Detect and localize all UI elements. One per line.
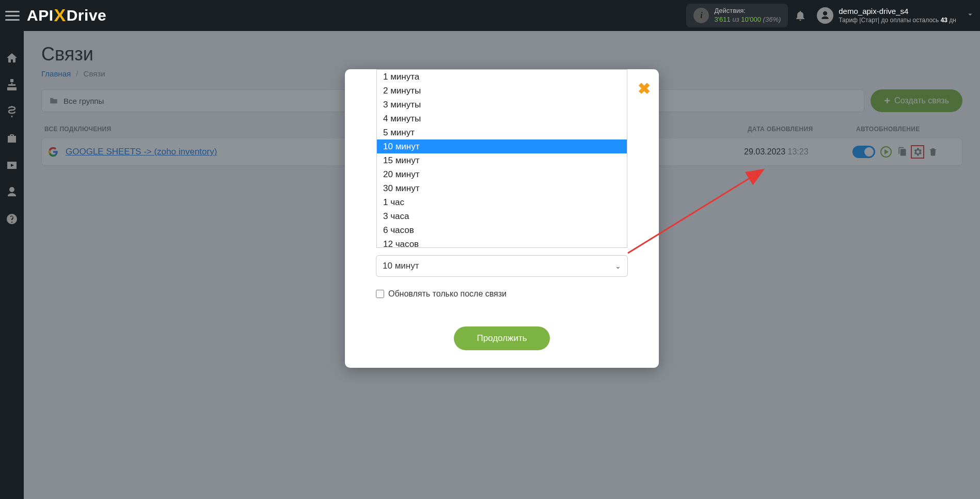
main-content: Связи Главная / Связи Все группы + Созда… [24, 31, 980, 499]
logo-x-icon: X [54, 5, 66, 25]
update-after-checkbox[interactable]: Обновлять только после связи [376, 289, 628, 299]
close-icon[interactable]: ✖ [638, 80, 651, 98]
interval-option[interactable]: 3 минуты [377, 98, 627, 112]
tariff-suffix: дн [947, 17, 956, 24]
logo-drive: Drive [67, 7, 107, 24]
tariff-days: 43 [941, 17, 947, 24]
interval-option[interactable]: 3 часа [377, 209, 627, 223]
actions-text: Действия: 3'611 из 10'000 (36%) [714, 7, 781, 24]
logo[interactable]: API X Drive [27, 6, 106, 26]
user-block[interactable]: demo_apix-drive_s4 Тариф |Старт| до опла… [817, 6, 956, 24]
interval-option[interactable]: 20 минут [377, 167, 627, 181]
interval-option[interactable]: 1 час [377, 195, 627, 209]
connections-icon[interactable] [6, 79, 18, 91]
actions-pct: (36%) [763, 15, 781, 23]
checkbox-label: Обновлять только после связи [388, 289, 507, 299]
actions-used: 3'611 [714, 15, 730, 23]
actions-box[interactable]: i Действия: 3'611 из 10'000 (36%) [686, 4, 788, 27]
video-icon[interactable] [6, 159, 18, 171]
interval-option[interactable]: 4 минуты [377, 112, 627, 126]
continue-button[interactable]: Продолжить [454, 326, 549, 350]
topbar: API X Drive i Действия: 3'611 из 10'000 … [0, 0, 980, 31]
interval-option[interactable]: 10 минут [377, 139, 627, 153]
username: demo_apix-drive_s4 [839, 6, 956, 17]
info-icon: i [693, 8, 709, 23]
user-text: demo_apix-drive_s4 Тариф |Старт| до опла… [839, 6, 956, 24]
interval-option[interactable]: 15 минут [377, 153, 627, 167]
interval-option[interactable]: 30 минут [377, 181, 627, 195]
tariff-line: Тариф |Старт| до оплаты осталось 43 дн [839, 17, 956, 25]
interval-modal: ✖ 1 минута2 минуты3 минуты4 минуты5 мину… [345, 69, 659, 368]
interval-option[interactable]: 12 часов [377, 237, 627, 248]
actions-iz: из [732, 15, 739, 23]
checkbox-input[interactable] [376, 290, 384, 298]
interval-option[interactable]: 5 минут [377, 126, 627, 139]
interval-select-value: 10 минут [383, 261, 419, 271]
sidebar [0, 31, 24, 499]
interval-option[interactable]: 6 часов [377, 223, 627, 237]
chevron-down-icon: ⌄ [615, 262, 621, 270]
avatar-icon [817, 7, 833, 24]
interval-option[interactable]: 2 минуты [377, 84, 627, 98]
help-icon[interactable] [6, 213, 18, 225]
tariff-prefix: Тариф |Старт| до оплаты осталось [839, 17, 940, 24]
menu-icon[interactable] [5, 8, 20, 23]
actions-total: 10'000 [741, 15, 761, 23]
actions-label: Действия: [714, 7, 781, 15]
interval-select[interactable]: 10 минут ⌄ [376, 255, 628, 277]
chevron-down-icon[interactable] [966, 10, 975, 21]
bell-icon[interactable] [794, 9, 807, 22]
profile-icon[interactable] [6, 186, 18, 198]
interval-dropdown-list: 1 минута2 минуты3 минуты4 минуты5 минут1… [376, 69, 627, 248]
billing-icon[interactable] [6, 105, 18, 118]
home-icon[interactable] [6, 52, 18, 64]
briefcase-icon[interactable] [6, 132, 18, 145]
logo-api: API [27, 7, 54, 24]
interval-option[interactable]: 1 минута [377, 70, 627, 84]
